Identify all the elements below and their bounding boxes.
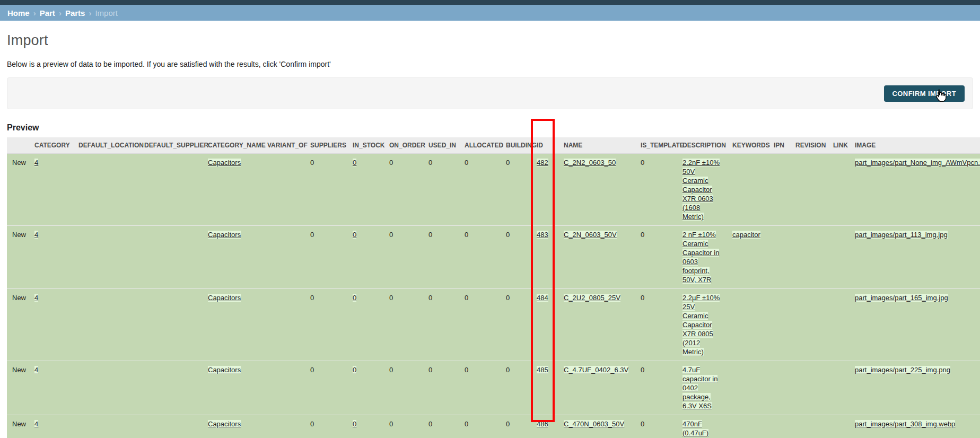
diff-new-value: part_images/part_None_img_AWmVpcn.webp <box>855 159 980 167</box>
cell-default_supplier <box>139 154 203 226</box>
cell-on_order: 0 <box>384 154 423 226</box>
cell-building: 0 <box>501 226 531 289</box>
cell-description: 2 nF ±10% Ceramic Capacitor in 0603 foot… <box>677 226 727 289</box>
diff-new-value: 486 <box>537 420 548 428</box>
diff-new-value: C_4.7UF_0402_6.3V <box>564 366 628 374</box>
diff-new-value: part_images/part_308_img.webp <box>855 420 955 428</box>
cell-used_in: 0 <box>423 415 459 438</box>
cell-revision <box>790 361 828 415</box>
cell-action: New <box>7 361 29 415</box>
cell-ipn <box>768 154 790 226</box>
column-header-allocated: ALLOCATED <box>459 137 501 154</box>
preview-table-body: New4Capacitors000000482C_2N2_0603_5002.2… <box>7 154 980 438</box>
breadcrumb-current: Import <box>95 8 118 17</box>
cell-default_supplier <box>139 289 203 361</box>
cell-action: New <box>7 226 29 289</box>
cell-on_order: 0 <box>384 415 423 438</box>
cell-description: 4.7uF capacitor in 0402 package, 6.3V X6… <box>677 361 727 415</box>
breadcrumb-separator: › <box>33 8 36 17</box>
breadcrumb-separator: › <box>59 8 62 17</box>
cell-category: 4 <box>29 289 73 361</box>
preview-table: CATEGORYDEFAULT_LOCATIONDEFAULT_SUPPLIER… <box>7 137 980 438</box>
cell-link <box>828 226 850 289</box>
cell-action: New <box>7 415 29 438</box>
cell-is_template: 0 <box>635 415 677 438</box>
diff-new-value: 0 <box>353 420 356 428</box>
column-header-building: BUILDING <box>501 137 531 154</box>
cell-revision <box>790 289 828 361</box>
cell-building: 0 <box>501 361 531 415</box>
diff-new-value: Capacitors <box>208 366 241 374</box>
diff-new-value: Capacitors <box>208 420 241 428</box>
breadcrumb-link-part[interactable]: Part <box>40 8 55 17</box>
cell-link <box>828 289 850 361</box>
cell-ipn <box>768 415 790 438</box>
header-row: CATEGORYDEFAULT_LOCATIONDEFAULT_SUPPLIER… <box>7 137 980 154</box>
cell-on_order: 0 <box>384 361 423 415</box>
cell-action: New <box>7 289 29 361</box>
cell-image: part_images/part_113_img.jpg <box>850 226 980 289</box>
diff-new-value: 4 <box>34 231 38 239</box>
cell-suppliers: 0 <box>305 289 347 361</box>
cell-in_stock: 0 <box>347 154 384 226</box>
breadcrumb: Home › Part › Parts › Import <box>0 5 980 21</box>
cell-link <box>828 415 850 438</box>
cell-suppliers: 0 <box>305 415 347 438</box>
cell-allocated: 0 <box>459 415 501 438</box>
diff-new-value: 0 <box>353 159 356 167</box>
cell-default_location <box>73 226 139 289</box>
main-content: Import Below is a preview of data to be … <box>0 32 980 438</box>
cell-revision <box>790 154 828 226</box>
table-row: New4Capacitors000000482C_2N2_0603_5002.2… <box>7 154 980 226</box>
cell-used_in: 0 <box>423 154 459 226</box>
column-header-category: CATEGORY <box>29 137 73 154</box>
cell-link <box>828 361 850 415</box>
cell-name: C_4.7UF_0402_6.3V <box>558 361 635 415</box>
diff-new-value: part_images/part_225_img.png <box>855 366 950 374</box>
cell-image: part_images/part_165_img.jpg <box>850 289 980 361</box>
cell-image: part_images/part_225_img.png <box>850 361 980 415</box>
column-header-keywords: KEYWORDS <box>727 137 768 154</box>
cell-building: 0 <box>501 415 531 438</box>
diff-new-value: 4 <box>34 420 38 428</box>
cell-default_location <box>73 289 139 361</box>
cell-revision <box>790 415 828 438</box>
diff-new-value: 483 <box>537 231 548 239</box>
instruction-text: Below is a preview of data to be importe… <box>7 60 973 68</box>
cell-default_supplier <box>139 226 203 289</box>
cell-on_order: 0 <box>384 226 423 289</box>
column-header-used_in: USED_IN <box>423 137 459 154</box>
cell-default_location <box>73 361 139 415</box>
cell-id: 482 <box>531 154 558 226</box>
column-header-name: NAME <box>558 137 635 154</box>
table-row: New4Capacitors000000485C_4.7UF_0402_6.3V… <box>7 361 980 415</box>
cell-in_stock: 0 <box>347 361 384 415</box>
diff-new-value: 484 <box>537 294 548 302</box>
diff-new-value: Capacitors <box>208 159 241 167</box>
cell-is_template: 0 <box>635 289 677 361</box>
column-header-ipn: IPN <box>768 137 790 154</box>
breadcrumb-link-home[interactable]: Home <box>7 8 30 17</box>
cell-in_stock: 0 <box>347 415 384 438</box>
diff-new-value: 2 nF ±10% Ceramic Capacitor in 0603 foot… <box>682 231 719 284</box>
cell-allocated: 0 <box>459 154 501 226</box>
cell-ipn <box>768 226 790 289</box>
cell-name: C_2N_0603_50V <box>558 226 635 289</box>
column-header-suppliers: SUPPLIERS <box>305 137 347 154</box>
cell-name: C_2U2_0805_25V <box>558 289 635 361</box>
cell-description: 2.2nF ±10% 50V Ceramic Capacitor X7R 060… <box>677 154 727 226</box>
table-row: New4Capacitors000000486C_470N_0603_50V04… <box>7 415 980 438</box>
confirm-import-button[interactable]: CONFIRM IMPORT <box>884 85 965 102</box>
cell-ipn <box>768 361 790 415</box>
diff-new-value: Capacitors <box>208 294 241 302</box>
cell-image: part_images/part_308_img.webp <box>850 415 980 438</box>
cell-keywords: capacitor <box>727 226 768 289</box>
cell-category: 4 <box>29 361 73 415</box>
column-header-default_location: DEFAULT_LOCATION <box>73 137 139 154</box>
column-header-category_name: CATEGORY_NAME <box>203 137 262 154</box>
breadcrumb-link-parts[interactable]: Parts <box>65 8 85 17</box>
toolbar-panel: CONFIRM IMPORT <box>7 77 973 109</box>
cell-keywords <box>727 361 768 415</box>
cell-link <box>828 154 850 226</box>
cell-name: C_470N_0603_50V <box>558 415 635 438</box>
